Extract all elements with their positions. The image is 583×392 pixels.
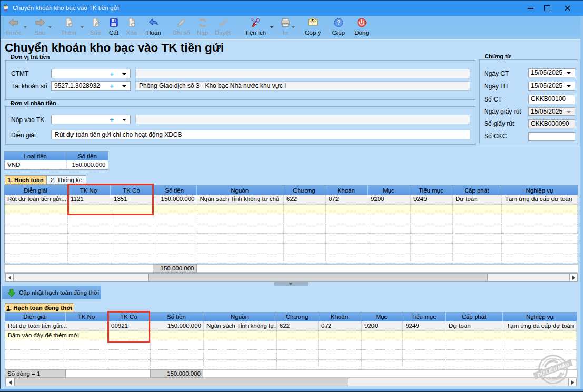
svg-text:?: ? bbox=[337, 19, 340, 26]
